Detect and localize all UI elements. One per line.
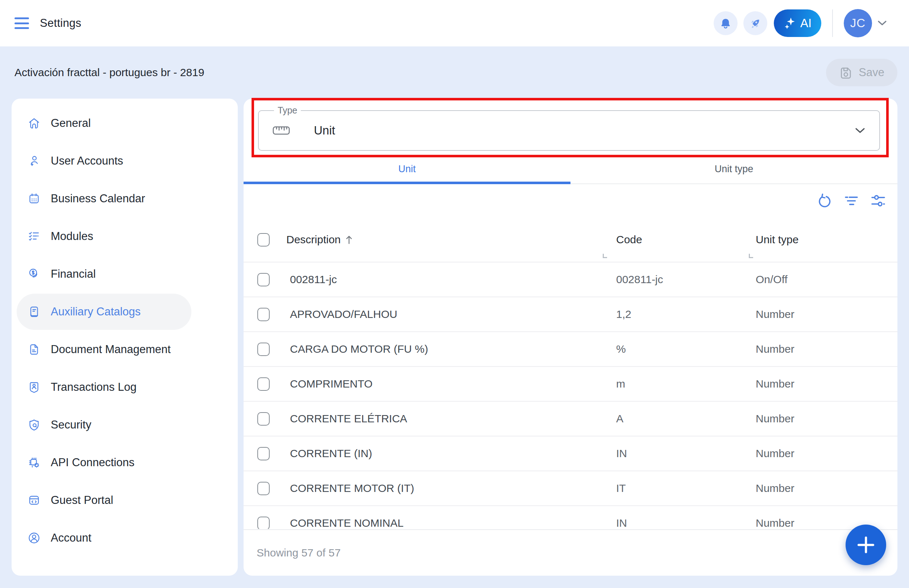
- sidebar-item-label: Transactions Log: [51, 381, 137, 394]
- save-button[interactable]: Save: [826, 59, 898, 86]
- chip-gear-icon: [27, 456, 40, 469]
- row-checkbox[interactable]: [257, 273, 270, 286]
- sidebar-item-user-accounts[interactable]: User Accounts: [11, 142, 238, 180]
- type-select-label: Type: [274, 105, 301, 116]
- tab-unit-type[interactable]: Unit type: [570, 157, 898, 184]
- column-resize-handle[interactable]: [603, 254, 607, 258]
- breadcrumb: Activación fracttal - portugues br - 281…: [15, 66, 204, 79]
- table-row[interactable]: CORRENTE MOTOR (IT) IT Number: [244, 471, 898, 506]
- table-row[interactable]: COMPRIMENTO m Number: [244, 367, 898, 402]
- tune-icon[interactable]: [870, 192, 886, 209]
- topbar: Settings: [0, 0, 909, 47]
- column-label: Unit type: [756, 233, 798, 246]
- add-button[interactable]: [846, 525, 886, 565]
- chevron-down-icon: [877, 20, 887, 26]
- tab-unit[interactable]: Unit: [244, 157, 570, 184]
- content: General User Accounts Business Calendar …: [0, 99, 909, 576]
- checklist-icon: [27, 230, 40, 243]
- sidebar-item-account[interactable]: Account: [11, 519, 238, 557]
- cell-unit-type: Number: [756, 308, 898, 320]
- bell-icon: [719, 17, 732, 30]
- refresh-icon[interactable]: [816, 192, 833, 209]
- guest-portal-icon: [27, 494, 40, 507]
- sidebar-item-auxiliary-catalogs[interactable]: Auxiliary Catalogs: [11, 293, 238, 331]
- page-title: Settings: [40, 17, 81, 30]
- sidebar-item-general[interactable]: General: [11, 104, 238, 142]
- row-checkbox[interactable]: [257, 447, 270, 460]
- avatar: JC: [844, 9, 872, 37]
- topbar-actions: AI JC: [714, 9, 887, 37]
- sidebar-item-document-management[interactable]: Document Management: [11, 331, 238, 368]
- whats-new-button[interactable]: [743, 11, 767, 35]
- cell-description: 002811-jc: [286, 273, 616, 286]
- column-header-unit-type[interactable]: Unit type: [756, 233, 898, 246]
- cell-code: A: [616, 412, 756, 425]
- row-count-status: Showing 57 of 57: [257, 547, 341, 559]
- table-footer: Showing 57 of 57: [244, 529, 898, 576]
- table-toolbar: [244, 184, 898, 218]
- ruler-icon: [273, 124, 290, 137]
- rocket-icon: [749, 17, 762, 30]
- row-checkbox[interactable]: [257, 412, 270, 426]
- sidebar-item-api-connections[interactable]: API Connections: [11, 444, 238, 481]
- table-row[interactable]: CORRENTE ELÉTRICA A Number: [244, 402, 898, 436]
- table-row[interactable]: CORRENTE NOMINAL IN Number: [244, 506, 898, 529]
- catalog-book-icon: [27, 305, 40, 318]
- table-header: Description Code Unit type: [244, 218, 898, 262]
- tabs: Unit Unit type: [244, 157, 898, 184]
- sidebar-item-security[interactable]: Security: [11, 406, 238, 444]
- shield-icon: [27, 418, 40, 431]
- cell-unit-type: Number: [756, 378, 898, 390]
- cell-unit-type: Number: [756, 343, 898, 355]
- menu-icon[interactable]: [15, 17, 29, 30]
- sidebar-item-label: Business Calendar: [51, 192, 145, 205]
- row-checkbox[interactable]: [257, 482, 270, 495]
- save-icon: [839, 66, 853, 79]
- notifications-button[interactable]: [714, 11, 738, 35]
- row-checkbox[interactable]: [257, 342, 270, 356]
- table-row[interactable]: 002811-jc 002811-jc On/Off: [244, 262, 898, 297]
- cell-description: CORRENTE MOTOR (IT): [286, 482, 616, 494]
- topbar-divider: [832, 10, 833, 37]
- type-select[interactable]: Type Unit: [258, 110, 880, 151]
- sidebar-item-modules[interactable]: Modules: [11, 218, 238, 255]
- sidebar-item-guest-portal[interactable]: Guest Portal: [11, 481, 238, 519]
- cell-description: CORRENTE ELÉTRICA: [286, 412, 616, 425]
- sidebar-item-financial[interactable]: Financial: [11, 255, 238, 293]
- select-all-checkbox[interactable]: [257, 233, 270, 247]
- cell-unit-type: Number: [756, 412, 898, 425]
- ai-sparkle-icon: [784, 17, 797, 30]
- ai-button[interactable]: AI: [774, 10, 821, 37]
- column-header-description[interactable]: Description: [286, 233, 616, 246]
- row-checkbox[interactable]: [257, 377, 270, 391]
- column-header-code[interactable]: Code: [616, 233, 756, 246]
- row-checkbox[interactable]: [257, 517, 270, 529]
- cell-code: m: [616, 378, 756, 390]
- sort-ascending-icon: [345, 234, 353, 245]
- sidebar-item-label: User Accounts: [51, 154, 123, 168]
- row-checkbox[interactable]: [257, 308, 270, 321]
- save-button-label: Save: [859, 66, 884, 79]
- cell-unit-type: Number: [756, 482, 898, 494]
- table-row[interactable]: CORRENTE (IN) IN Number: [244, 436, 898, 471]
- table-row[interactable]: APROVADO/FALHOU 1,2 Number: [244, 297, 898, 332]
- ai-button-label: AI: [800, 16, 812, 30]
- column-resize-handle[interactable]: [749, 254, 753, 258]
- sidebar-item-label: Document Management: [51, 343, 171, 356]
- sidebar-item-label: Guest Portal: [51, 494, 113, 507]
- account-circle-icon: [27, 531, 40, 544]
- column-label: Code: [616, 233, 642, 246]
- sidebar-nav: General User Accounts Business Calendar …: [11, 99, 238, 576]
- finance-coin-icon: [27, 268, 40, 281]
- table-row[interactable]: CARGA DO MOTOR (FU %) % Number: [244, 332, 898, 367]
- main-panel: Type Unit Unit Unit type: [244, 99, 898, 576]
- filter-icon[interactable]: [843, 192, 860, 209]
- sidebar-item-business-calendar[interactable]: Business Calendar: [11, 180, 238, 218]
- user-menu[interactable]: JC: [844, 9, 887, 37]
- sidebar-item-label: Security: [51, 418, 91, 431]
- cell-code: IN: [616, 447, 756, 460]
- sidebar-item-label: API Connections: [51, 456, 134, 469]
- sidebar-item-transactions-log[interactable]: Transactions Log: [11, 368, 238, 406]
- type-select-value: Unit: [314, 124, 335, 137]
- cell-code: 002811-jc: [616, 273, 756, 286]
